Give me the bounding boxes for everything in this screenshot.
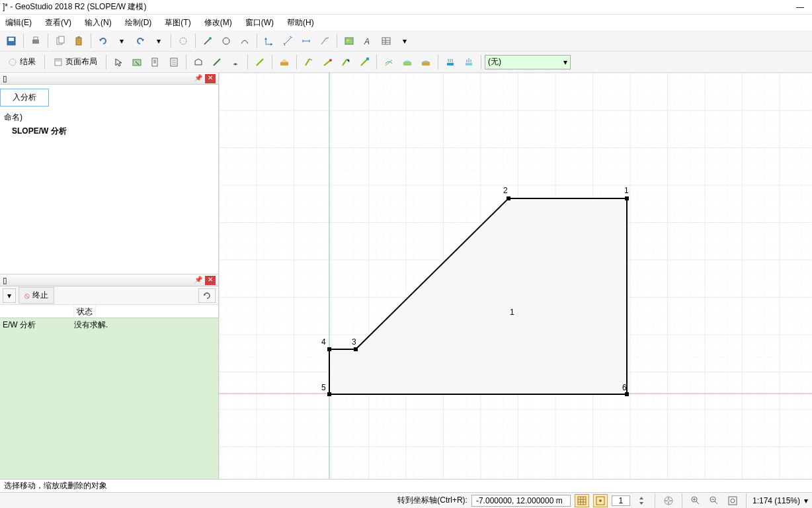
node-5[interactable] bbox=[327, 392, 331, 396]
water3-icon[interactable] bbox=[417, 54, 434, 71]
menu-view[interactable]: 查看(V) bbox=[42, 16, 74, 30]
pin-icon[interactable]: 📌 bbox=[193, 74, 204, 83]
zoom-out-icon[interactable] bbox=[707, 494, 721, 507]
tree-item-slope[interactable]: SLOPE/W 分析 bbox=[4, 124, 214, 138]
node-4[interactable] bbox=[327, 347, 331, 351]
pin2-icon[interactable]: 📌 bbox=[193, 276, 204, 285]
analysis-panel-header: ▯ 📌 ✕ bbox=[0, 73, 218, 85]
dimension3-icon[interactable] bbox=[316, 32, 333, 50]
solve-dropdown[interactable]: ▾ bbox=[3, 288, 16, 303]
analysis-tab[interactable]: 入分析 bbox=[0, 89, 49, 106]
load1-icon[interactable] bbox=[442, 54, 459, 71]
svg-rect-2 bbox=[32, 40, 39, 44]
minimize-button[interactable]: — bbox=[791, 3, 809, 12]
region-select-icon[interactable] bbox=[128, 54, 145, 71]
hdr-status: 状态 bbox=[74, 305, 96, 318]
table-icon[interactable] bbox=[378, 32, 395, 50]
water1-icon[interactable] bbox=[380, 54, 397, 71]
menu-modify[interactable]: 修改(M) bbox=[202, 16, 235, 30]
node-1[interactable] bbox=[625, 196, 629, 200]
redo-dropdown-icon[interactable]: ▾ bbox=[150, 32, 167, 50]
pan-icon[interactable] bbox=[661, 494, 676, 507]
refresh-button[interactable] bbox=[198, 288, 216, 303]
svg-point-9 bbox=[209, 37, 212, 40]
menu-window[interactable]: 窗口(W) bbox=[243, 16, 276, 30]
main-area: ▯ 📌 ✕ 入分析 命名) SLOPE/W 分析 ▯ 📌 ✕ ▾ bbox=[0, 73, 812, 479]
svg-rect-39 bbox=[729, 497, 737, 505]
node-label-3: 3 bbox=[352, 337, 356, 347]
coord-input[interactable] bbox=[471, 495, 571, 507]
sketch-line-icon[interactable] bbox=[199, 32, 216, 50]
dimension-icon[interactable] bbox=[279, 32, 296, 50]
dimension2-icon[interactable] bbox=[298, 32, 315, 50]
zoom-extent-icon[interactable] bbox=[725, 494, 740, 507]
image-icon[interactable] bbox=[341, 32, 358, 50]
tree-item-root[interactable]: 命名) bbox=[4, 110, 214, 124]
menu-input[interactable]: 输入(N) bbox=[82, 16, 114, 30]
menu-edit[interactable]: 编辑(E) bbox=[3, 16, 34, 30]
draw-line-icon[interactable] bbox=[208, 54, 225, 71]
save-icon[interactable] bbox=[3, 32, 20, 50]
updown-icon[interactable] bbox=[634, 494, 649, 507]
row-status: 没有求解. bbox=[74, 319, 108, 331]
print-icon[interactable] bbox=[27, 32, 44, 50]
node-label-4: 4 bbox=[321, 337, 326, 347]
slip3-icon[interactable] bbox=[337, 54, 354, 71]
sketch-arc-icon[interactable] bbox=[236, 32, 253, 50]
draw-region-icon[interactable] bbox=[190, 54, 207, 71]
table-row[interactable]: E/W 分析 没有求解. bbox=[0, 318, 218, 332]
snap-grid-icon[interactable] bbox=[575, 494, 589, 507]
svg-point-40 bbox=[731, 499, 735, 503]
redo-icon[interactable] bbox=[132, 32, 149, 50]
node-6[interactable] bbox=[625, 392, 629, 396]
slip2-icon[interactable] bbox=[319, 54, 336, 71]
zoom-in-icon[interactable] bbox=[688, 494, 703, 507]
water2-icon[interactable] bbox=[399, 54, 416, 71]
layer-icon[interactable] bbox=[276, 54, 293, 71]
draw-point-icon[interactable] bbox=[227, 54, 244, 71]
sketch-circle-icon[interactable] bbox=[218, 32, 235, 50]
node-3[interactable] bbox=[354, 347, 358, 351]
material-combo[interactable]: (无) ▾ bbox=[485, 55, 571, 69]
snap-point-icon[interactable] bbox=[593, 494, 608, 507]
properties-icon[interactable] bbox=[147, 54, 164, 71]
menu-draw[interactable]: 绘制(D) bbox=[122, 16, 155, 30]
menu-sketch[interactable]: 草图(T) bbox=[162, 16, 193, 30]
zoom-dropdown-icon[interactable]: ▾ bbox=[804, 496, 808, 505]
solve-toolbar: ▾ ⦸ 终止 bbox=[0, 286, 218, 305]
svg-point-12 bbox=[347, 39, 349, 41]
left-pane: ▯ 📌 ✕ 入分析 命名) SLOPE/W 分析 ▯ 📌 ✕ ▾ bbox=[0, 73, 219, 479]
menu-help[interactable]: 帮助(H) bbox=[284, 16, 317, 30]
dropdown-icon[interactable]: ▾ bbox=[396, 32, 413, 50]
text-icon[interactable]: A bbox=[359, 32, 376, 50]
slip4-icon[interactable] bbox=[356, 54, 373, 71]
title-bar: ]* - GeoStudio 2018 R2 (SLOPE/W 建模) — bbox=[0, 0, 812, 15]
redraw-icon[interactable] bbox=[175, 32, 192, 50]
svg-point-23 bbox=[329, 59, 332, 62]
load2-icon[interactable] bbox=[460, 54, 477, 71]
copy-icon[interactable] bbox=[52, 32, 69, 50]
slip1-icon[interactable] bbox=[300, 54, 317, 71]
material-green-icon[interactable] bbox=[251, 54, 268, 71]
solve-panel-header: ▯ 📌 ✕ bbox=[0, 275, 218, 286]
svg-rect-14 bbox=[382, 38, 390, 44]
svg-text:A: A bbox=[364, 37, 370, 46]
axis-icon[interactable] bbox=[261, 32, 278, 50]
zoom-label: 1:174 (115%) bbox=[752, 496, 800, 505]
stop-button[interactable]: ⦸ 终止 bbox=[19, 287, 54, 304]
close2-icon[interactable]: ✕ bbox=[205, 276, 216, 285]
svg-rect-6 bbox=[76, 38, 81, 45]
node-2[interactable] bbox=[507, 196, 510, 200]
page-layout-button[interactable]: 页面布局 bbox=[48, 54, 102, 70]
close-icon[interactable]: ✕ bbox=[205, 74, 216, 83]
drawing-canvas[interactable]: 1 2 3 4 5 6 1 bbox=[219, 73, 812, 479]
undo-icon[interactable] bbox=[95, 32, 112, 50]
snap-value[interactable] bbox=[612, 495, 630, 506]
undo-dropdown-icon[interactable]: ▾ bbox=[113, 32, 130, 50]
select-icon[interactable] bbox=[110, 54, 127, 71]
results-button[interactable]: 结果 bbox=[3, 54, 41, 70]
svg-rect-11 bbox=[345, 38, 353, 44]
list-icon[interactable] bbox=[165, 54, 183, 71]
paste-icon[interactable] bbox=[70, 32, 87, 50]
hdr-name bbox=[0, 305, 74, 318]
